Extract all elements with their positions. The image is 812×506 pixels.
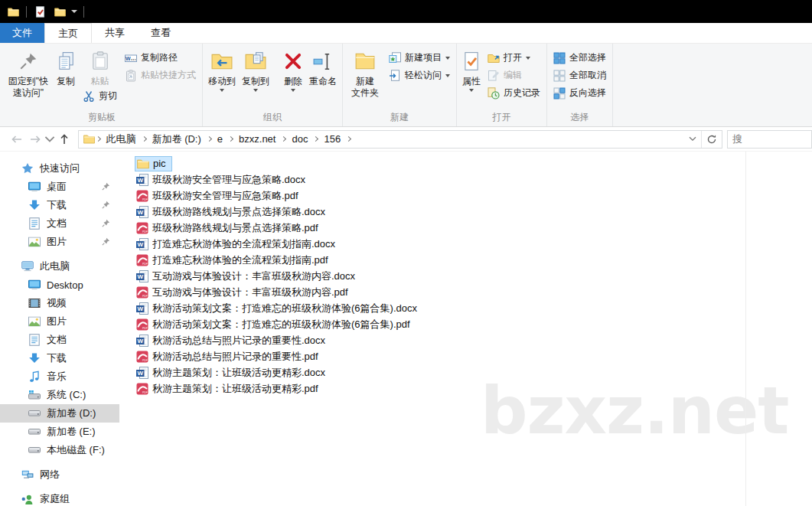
group-label-clipboard: 剪贴板 <box>4 110 200 126</box>
sidebar-item-drive-f[interactable]: 本地磁盘 (F:) <box>0 441 119 459</box>
sidebar-item-documents[interactable]: 文档 <box>0 331 119 349</box>
invert-selection-button[interactable]: 反向选择 <box>549 84 610 102</box>
breadcrumb-segment-this-pc[interactable]: 此电脑 <box>102 132 141 146</box>
breadcrumb-segment-bzxz[interactable]: bzxz.net <box>234 133 280 145</box>
history-button[interactable]: 历史记录 <box>484 84 544 102</box>
customize-chevron-icon[interactable] <box>71 10 77 13</box>
paste-shortcut-button[interactable]: 粘贴快捷方式 <box>121 67 200 84</box>
breadcrumb-segment-e[interactable]: e <box>213 133 227 145</box>
edit-icon <box>488 70 500 82</box>
main-area: 快速访问 桌面 下载 文档 图片 <box>0 152 812 506</box>
sidebar-item-pictures-pinned[interactable]: 图片 <box>0 233 119 251</box>
delete-button[interactable]: 删除 <box>280 45 306 92</box>
sidebar-item-documents-pinned[interactable]: 文档 <box>0 214 119 233</box>
select-all-button[interactable]: 全部选择 <box>549 49 610 67</box>
file-item[interactable]: 班级秋游路线规划与景点选择策略.docx <box>135 204 331 220</box>
breadcrumb[interactable]: 此电脑 新加卷 (D:) e bzxz.net doc 156 <box>78 130 723 149</box>
properties-button[interactable]: 属性 <box>459 45 484 92</box>
tab-view[interactable]: 查看 <box>138 23 184 43</box>
sidebar-item-downloads-pinned[interactable]: 下载 <box>0 196 119 214</box>
open-button[interactable]: 打开 <box>484 49 544 67</box>
sidebar-item-drive-e[interactable]: 新加卷 (E:) <box>0 423 119 441</box>
folder-icon <box>83 134 95 144</box>
sidebar-item-music[interactable]: 音乐 <box>0 367 119 386</box>
sidebar-item-this-pc[interactable]: 此电脑 <box>0 257 119 276</box>
desktop-icon <box>28 279 41 292</box>
back-button[interactable] <box>8 130 26 149</box>
file-item[interactable]: 秋游活动总结与照片记录的重要性.docx <box>135 333 331 348</box>
breadcrumb-segment-doc[interactable]: doc <box>287 133 312 145</box>
copy-path-icon <box>125 52 137 64</box>
sidebar-item-videos[interactable]: 视频 <box>0 294 119 312</box>
forward-button[interactable] <box>26 130 44 149</box>
sidebar-item-pictures[interactable]: 图片 <box>0 312 119 331</box>
sidebar-item-desktop[interactable]: Desktop <box>0 276 119 294</box>
refresh-icon[interactable] <box>702 131 722 148</box>
breadcrumb-segment-drive-d[interactable]: 新加卷 (D:) <box>148 132 206 146</box>
copy-button[interactable]: 复制 <box>53 45 79 87</box>
breadcrumb-chevron-icon <box>207 136 212 142</box>
copy-to-button[interactable]: 复制到 <box>239 45 272 92</box>
sidebar-item-homegroup[interactable]: 家庭组 <box>0 490 119 506</box>
file-item[interactable]: 互动游戏与体验设计：丰富班级秋游内容.docx <box>135 269 360 284</box>
easy-access-button[interactable]: 轻松访问 <box>385 67 454 84</box>
folder-item-pic[interactable]: pic <box>135 156 172 171</box>
file-item[interactable]: 秋游活动总结与照片记录的重要性.pdf <box>135 349 324 364</box>
pdf-file-icon <box>136 286 148 299</box>
history-icon <box>488 87 500 100</box>
group-label-select: 选择 <box>549 110 610 126</box>
cut-button[interactable]: 剪切 <box>79 87 121 105</box>
breadcrumb-chevron-icon <box>228 136 233 142</box>
breadcrumb-segment-156[interactable]: 156 <box>319 133 345 145</box>
file-item[interactable]: 班级秋游安全管理与应急策略.docx <box>135 172 311 188</box>
sidebar-item-downloads[interactable]: 下载 <box>0 349 119 367</box>
move-to-button[interactable]: 移动到 <box>205 45 239 92</box>
rename-button[interactable]: 重命名 <box>306 45 340 87</box>
file-item[interactable]: 班级秋游安全管理与应急策略.pdf <box>135 188 304 204</box>
new-item-button[interactable]: 新建项目 <box>385 49 454 67</box>
sidebar-item-drive-d[interactable]: 新加卷 (D:) <box>0 404 119 423</box>
file-item[interactable]: 秋游活动策划文案：打造难忘的班级秋游体验(6篇合集).docx <box>135 301 422 316</box>
file-item[interactable]: 秋游主题策划：让班级活动更精彩.docx <box>135 365 331 380</box>
group-label-new: 新建 <box>345 110 454 126</box>
dropdown-caret-icon <box>469 89 474 92</box>
paste-button[interactable]: 粘贴 <box>87 45 113 87</box>
address-dropdown-chevron-icon[interactable] <box>684 131 701 148</box>
file-row: pic <box>135 155 812 171</box>
pictures-icon <box>28 315 41 328</box>
tab-home[interactable]: 主页 <box>44 23 92 43</box>
file-item[interactable]: 互动游戏与体验设计：丰富班级秋游内容.pdf <box>135 285 354 300</box>
copy-path-button[interactable]: 复制路径 <box>121 49 200 67</box>
sidebar-item-network[interactable]: 网络 <box>0 465 119 484</box>
file-row: 秋游主题策划：让班级活动更精彩.pdf <box>135 380 812 397</box>
sidebar-item-quick-access[interactable]: 快速访问 <box>0 159 119 178</box>
pin-to-quick-access-button[interactable]: 固定到"快 速访问" <box>4 45 53 99</box>
file-item[interactable]: 秋游主题策划：让班级活动更精彩.pdf <box>135 381 324 397</box>
tab-file-menu[interactable]: 文件 <box>0 23 44 43</box>
tab-share[interactable]: 共享 <box>92 23 138 43</box>
search-input[interactable]: 搜 <box>727 130 812 149</box>
select-none-button[interactable]: 全部取消 <box>549 67 610 84</box>
file-item[interactable]: 秋游活动策划文案：打造难忘的班级秋游体验(6篇合集).pdf <box>135 317 416 332</box>
group-label-organize: 组织 <box>205 110 340 126</box>
edit-button[interactable]: 编辑 <box>484 67 544 84</box>
properties-check-icon[interactable] <box>33 5 47 18</box>
properties-icon <box>462 48 481 74</box>
qat-separator <box>83 6 84 18</box>
sidebar-item-desktop-pinned[interactable]: 桌面 <box>0 178 119 196</box>
scissors-icon <box>83 90 95 103</box>
up-button[interactable] <box>55 130 73 149</box>
dropdown-caret-icon <box>445 57 450 60</box>
sidebar-item-drive-c[interactable]: 系统 (C:) <box>0 386 119 404</box>
new-folder-button[interactable]: 新建 文件夹 <box>345 45 385 99</box>
file-item[interactable]: 打造难忘秋游体验的全流程策划指南.pdf <box>135 253 334 268</box>
breadcrumb-chevron-icon <box>313 136 318 142</box>
file-item[interactable]: 班级秋游路线规划与景点选择策略.pdf <box>135 220 324 236</box>
file-row: 打造难忘秋游体验的全流程策划指南.docx <box>135 236 812 252</box>
file-item[interactable]: 打造难忘秋游体验的全流程策划指南.docx <box>135 237 341 252</box>
explorer-folder-icon[interactable] <box>6 5 20 18</box>
copy-to-icon <box>245 48 266 74</box>
recent-locations-chevron-icon[interactable] <box>44 130 55 149</box>
new-folder-icon[interactable] <box>53 5 67 18</box>
documents-icon <box>28 217 41 230</box>
